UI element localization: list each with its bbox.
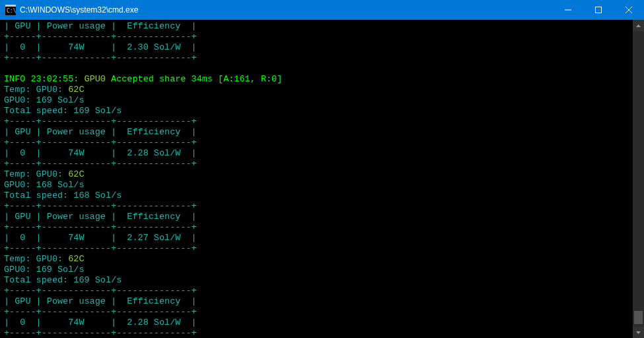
scroll-up-arrow[interactable]: [633, 20, 644, 31]
maximize-button[interactable]: [583, 0, 614, 20]
table-rule: +-----+-------------+--------------+: [4, 243, 197, 253]
scroll-thumb[interactable]: [634, 311, 643, 324]
gpu-speed: GPU0: 169 Sol/s: [4, 265, 85, 275]
table-rule: +-----+-------------+--------------+: [4, 307, 197, 317]
table-header: | GPU | Power usage | Efficiency |: [4, 212, 197, 222]
terminal-output[interactable]: | GPU | Power usage | Efficiency | +----…: [0, 20, 633, 338]
svg-marker-7: [636, 24, 641, 27]
titlebar[interactable]: C:\ C:\WINDOWS\system32\cmd.exe: [0, 0, 644, 20]
table-rule: +-----+-------------+--------------+: [4, 32, 197, 42]
table-header: | GPU | Power usage | Efficiency |: [4, 127, 197, 137]
info-gpu: GPU0: [85, 74, 106, 84]
temp-label: Temp: GPU0:: [4, 85, 68, 95]
table-rule: +-----+-------------+--------------+: [4, 159, 197, 169]
total-speed: Total speed: 169 Sol/s: [4, 106, 122, 116]
table-rule: +-----+-------------+--------------+: [4, 53, 197, 63]
temp-value: 62C: [68, 85, 84, 95]
table-rule: +-----+-------------+--------------+: [4, 138, 197, 148]
content-area: | GPU | Power usage | Efficiency | +----…: [0, 20, 644, 338]
table-row: | 0 | 74W | 2.30 Sol/W |: [4, 42, 197, 52]
svg-marker-8: [636, 331, 641, 334]
table-row: | 0 | 74W | 2.27 Sol/W |: [4, 233, 197, 243]
table-header: | GPU | Power usage | Efficiency |: [4, 21, 197, 31]
svg-rect-1: [5, 5, 16, 7]
total-speed: Total speed: 168 Sol/s: [4, 190, 122, 200]
cmd-window: C:\ C:\WINDOWS\system32\cmd.exe | GPU | …: [0, 0, 644, 338]
table-rule: +-----+-------------+--------------+: [4, 286, 197, 296]
table-row: | 0 | 74W | 2.28 Sol/W |: [4, 148, 197, 158]
temp-label: Temp: GPU0:: [4, 169, 68, 179]
cmd-icon: C:\: [5, 5, 16, 15]
table-row: | 0 | 74W | 2.28 Sol/W |: [4, 317, 197, 327]
total-speed: Total speed: 169 Sol/s: [4, 275, 122, 285]
table-rule: +-----+-------------+--------------+: [4, 116, 197, 126]
svg-text:C:\: C:\: [7, 8, 16, 14]
svg-rect-4: [596, 7, 602, 13]
temp-value: 62C: [68, 254, 84, 264]
temp-value: 62C: [68, 169, 84, 179]
info-rest: Accepted share 34ms [A:161, R:0]: [106, 74, 282, 84]
temp-label: Temp: GPU0:: [4, 254, 68, 264]
close-button[interactable]: [614, 0, 644, 20]
gpu-speed: GPU0: 169 Sol/s: [4, 95, 85, 105]
info-prefix: INFO 23:02:55:: [4, 74, 85, 84]
table-header: | GPU | Power usage | Efficiency |: [4, 296, 197, 306]
table-rule: +-----+-------------+--------------+: [4, 222, 197, 232]
gpu-speed: GPU0: 168 Sol/s: [4, 180, 85, 190]
scroll-down-arrow[interactable]: [633, 327, 644, 338]
minimize-button[interactable]: [553, 0, 583, 20]
table-rule: +-----+-------------+--------------+: [4, 328, 197, 338]
vertical-scrollbar[interactable]: [633, 20, 644, 338]
table-rule: +-----+-------------+--------------+: [4, 201, 197, 211]
window-title: C:\WINDOWS\system32\cmd.exe: [20, 5, 138, 15]
